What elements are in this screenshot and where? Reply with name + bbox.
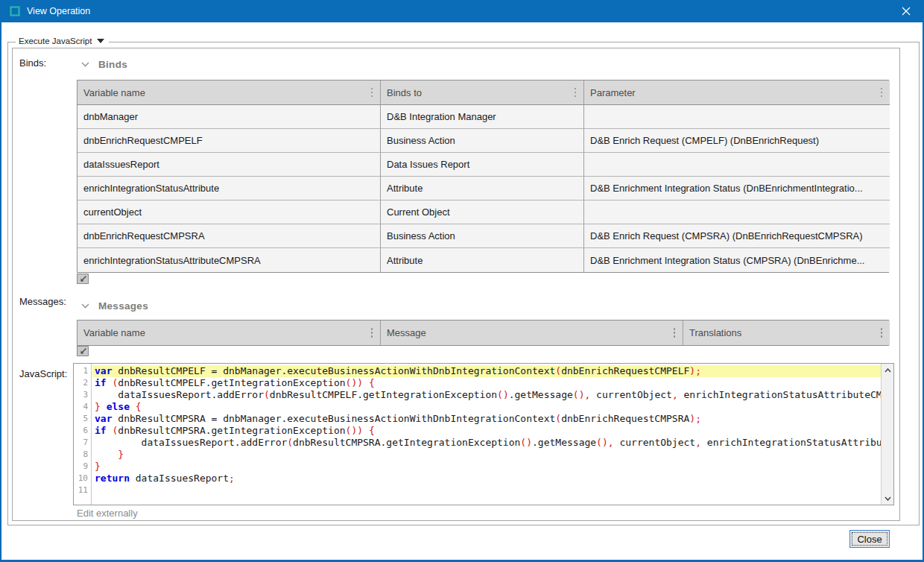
- javascript-field-label: JavaScript:: [19, 368, 67, 379]
- column-menu-icon[interactable]: [879, 86, 885, 99]
- javascript-code-editor[interactable]: 1234567891011 var dnbResultCMPELF = dnbM…: [73, 363, 894, 505]
- column-header-label: Variable name: [83, 327, 145, 338]
- code-line[interactable]: var dnbResultCMPSRA = dnbManager.execute…: [92, 413, 881, 425]
- column-header-label: Message: [387, 327, 426, 338]
- scroll-up-icon[interactable]: [882, 364, 893, 376]
- edit-externally-button[interactable]: Edit externally: [77, 508, 138, 519]
- code-line[interactable]: dataIssuesReport.addError(dnbResultCMPSR…: [92, 437, 881, 449]
- table-cell[interactable]: D&B Enrich Request (CMPELF) (DnBEnrichRe…: [584, 129, 890, 153]
- table-cell[interactable]: Business Action: [381, 224, 584, 248]
- table-row[interactable]: enrichIntegrationStatusAttributeAttribut…: [77, 177, 888, 201]
- code-line[interactable]: var dnbResultCMPELF = dnbManager.execute…: [92, 365, 881, 377]
- messages-section-toggle[interactable]: Messages: [81, 300, 148, 312]
- table-cell[interactable]: Business Action: [381, 129, 584, 153]
- line-number: 3: [74, 389, 91, 401]
- editor-scrollbar[interactable]: [881, 364, 893, 505]
- column-menu-icon[interactable]: [672, 326, 677, 339]
- table-cell[interactable]: D&B Integration Manager: [381, 105, 584, 129]
- column-header-label: Variable name: [83, 87, 145, 98]
- table-cell[interactable]: D&B Enrichment Integration Status (DnBEn…: [584, 177, 890, 201]
- table-row[interactable]: enrichIntegrationStatusAttributeCMPSRAAt…: [77, 248, 888, 272]
- column-header-label: Translations: [689, 327, 741, 338]
- line-number: 4: [74, 401, 91, 413]
- close-button[interactable]: Close: [849, 530, 890, 548]
- table-header-row: Variable nameBinds toParameter: [77, 80, 888, 105]
- chevron-down-icon: [81, 303, 89, 309]
- operation-type-label: Execute JavaScript: [19, 37, 92, 45]
- line-number: 9: [74, 461, 91, 473]
- diagonal-arrow-icon: [79, 347, 87, 356]
- column-header[interactable]: Binds to: [381, 80, 584, 105]
- titlebar: View Operation: [1, 0, 923, 22]
- line-number: 8: [74, 449, 91, 461]
- table-row[interactable]: dnbEnrichRequestCMPELFBusiness ActionD&B…: [77, 129, 888, 153]
- line-number: 7: [74, 437, 91, 449]
- table-cell[interactable]: dnbEnrichRequestCMPELF: [77, 129, 381, 153]
- line-number: 6: [74, 425, 91, 437]
- code-line[interactable]: [92, 484, 881, 496]
- binds-section-title: Binds: [98, 59, 127, 70]
- table-cell[interactable]: dnbEnrichRequestCMPSRA: [77, 224, 381, 248]
- line-number-gutter: 1234567891011: [74, 364, 92, 505]
- line-number: 11: [74, 484, 91, 496]
- code-line[interactable]: } else {: [92, 401, 881, 413]
- close-window-icon[interactable]: [900, 5, 912, 17]
- table-cell[interactable]: Attribute: [381, 177, 584, 201]
- line-number: 10: [74, 473, 91, 484]
- messages-table-popout-button[interactable]: [77, 346, 89, 356]
- table-row[interactable]: dnbEnrichRequestCMPSRABusiness ActionD&B…: [77, 224, 888, 248]
- dropdown-arrow-icon: [97, 39, 104, 43]
- table-cell[interactable]: enrichIntegrationStatusAttribute: [77, 177, 381, 201]
- table-row[interactable]: currentObjectCurrent Object: [77, 201, 888, 224]
- table-cell[interactable]: dataIssuesReport: [77, 153, 381, 177]
- code-line[interactable]: }: [92, 461, 881, 473]
- column-header[interactable]: Variable name: [77, 80, 381, 105]
- messages-field-label: Messages:: [19, 296, 66, 307]
- code-line[interactable]: if (dnbResultCMPSRA.getIntegrationExcept…: [92, 425, 881, 437]
- table-row[interactable]: dnbManagerD&B Integration Manager: [77, 105, 888, 129]
- code-line[interactable]: dataIssuesReport.addError(dnbResultCMPEL…: [92, 389, 881, 401]
- column-header-label: Parameter: [590, 87, 636, 98]
- table-row[interactable]: dataIssuesReportData Issues Report: [77, 153, 888, 177]
- operation-type-dropdown[interactable]: Execute JavaScript: [16, 37, 109, 45]
- table-cell[interactable]: D&B Enrichment Integration Status (CMPSR…: [584, 248, 890, 272]
- code-line[interactable]: if (dnbResultCMPELF.getIntegrationExcept…: [92, 377, 881, 389]
- line-number: 1: [74, 365, 91, 377]
- table-cell[interactable]: [584, 105, 890, 129]
- column-header[interactable]: Parameter: [584, 80, 890, 105]
- binds-table: Variable nameBinds toParameterdnbManager…: [77, 80, 889, 273]
- table-cell[interactable]: D&B Enrich Request (CMPSRA) (DnBEnrichRe…: [584, 224, 890, 248]
- table-cell[interactable]: dnbManager: [77, 105, 381, 129]
- column-header-label: Binds to: [387, 87, 422, 98]
- chevron-down-icon: [81, 62, 89, 67]
- code-text-area[interactable]: var dnbResultCMPELF = dnbManager.execute…: [92, 364, 881, 505]
- column-menu-icon[interactable]: [573, 86, 578, 99]
- line-number: 5: [74, 413, 91, 425]
- execute-javascript-groupbox: Execute JavaScript Binds: Messages: Java…: [7, 42, 920, 525]
- scroll-down-icon[interactable]: [882, 492, 893, 505]
- table-cell[interactable]: enrichIntegrationStatusAttributeCMPSRA: [77, 248, 381, 272]
- column-menu-icon[interactable]: [370, 86, 375, 99]
- operation-detail-panel: Binds: Messages: JavaScript: Binds Varia…: [12, 48, 900, 521]
- view-operation-dialog: View Operation Execute JavaScript Binds:…: [0, 0, 924, 562]
- table-cell[interactable]: currentObject: [77, 201, 381, 224]
- column-header[interactable]: Variable name: [77, 321, 381, 345]
- table-cell[interactable]: [584, 153, 890, 177]
- app-icon: [10, 6, 20, 16]
- window-title: View Operation: [27, 6, 90, 16]
- column-menu-icon[interactable]: [370, 326, 375, 339]
- table-cell[interactable]: Attribute: [381, 248, 584, 272]
- binds-section-toggle[interactable]: Binds: [81, 59, 127, 70]
- table-cell[interactable]: Current Object: [381, 201, 584, 224]
- column-header[interactable]: Translations: [683, 321, 890, 345]
- table-cell[interactable]: Data Issues Report: [381, 153, 584, 177]
- messages-table: Variable nameMessageTranslations: [77, 320, 889, 346]
- diagonal-arrow-icon: [79, 275, 87, 283]
- line-number: 2: [74, 377, 91, 389]
- binds-table-popout-button[interactable]: [77, 274, 89, 284]
- code-line[interactable]: }: [92, 449, 881, 461]
- column-menu-icon[interactable]: [879, 326, 885, 339]
- table-cell[interactable]: [584, 201, 890, 224]
- code-line[interactable]: return dataIssuesReport;: [92, 473, 881, 484]
- column-header[interactable]: Message: [381, 321, 683, 345]
